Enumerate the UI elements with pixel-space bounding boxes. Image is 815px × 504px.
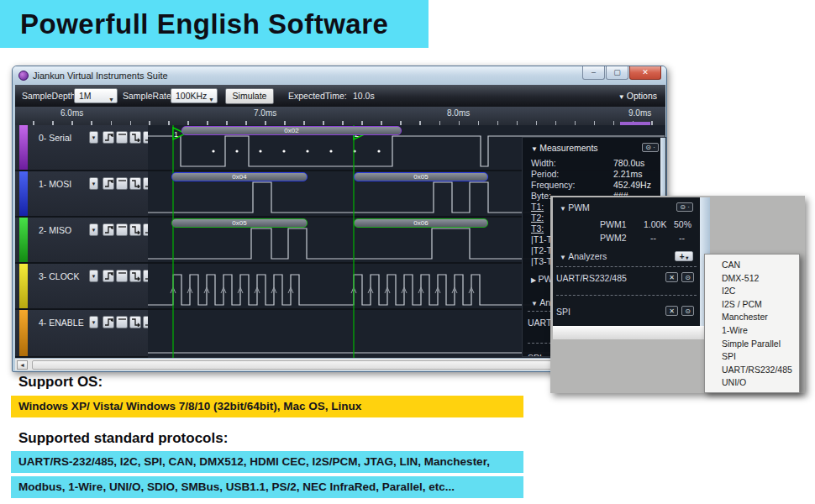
analyzer-item[interactable]: UART/RS232/485 [556, 273, 627, 283]
rising-edge-icon[interactable] [103, 316, 114, 328]
high-level-icon[interactable] [116, 177, 128, 190]
remove-analyzer-icon[interactable]: ✕ [665, 272, 678, 282]
time-marker-1-label: 1 [174, 130, 178, 139]
divider [556, 295, 697, 296]
pwm2-name: PWM2 [600, 233, 627, 243]
falling-edge-icon[interactable] [129, 177, 141, 190]
banner: Powerfull English Software [0, 0, 429, 48]
high-level-icon[interactable] [116, 316, 128, 328]
analyzers-header[interactable]: ▼ Analyzers [560, 251, 607, 261]
rising-edge-icon[interactable] [103, 270, 114, 282]
protocols-heading: Supported standard protocols: [18, 430, 228, 447]
chevron-down-icon: ▼ [560, 254, 568, 261]
analyzer-item[interactable]: SPI [528, 353, 542, 357]
channel-menu-button[interactable]: ▼ [89, 270, 98, 282]
channel-header-mosi[interactable]: 1- MOSI ▼ [15, 171, 148, 218]
decoded-byte-badge[interactable]: 0x05 [171, 218, 308, 228]
measure-label[interactable]: T1: [531, 202, 544, 212]
measure-label: Frequency: [531, 180, 576, 190]
capture-icon[interactable]: ⊙ · [642, 143, 659, 152]
scroll-left-arrow-icon[interactable]: ◄ [17, 360, 28, 370]
channel-color-strip [19, 125, 28, 170]
chevron-down-icon: ▼ [560, 205, 568, 213]
menu-item-spi[interactable]: SPI [705, 350, 799, 364]
channel-menu-button[interactable]: ▼ [89, 177, 98, 190]
status-bar [553, 326, 710, 339]
close-button[interactable]: ✕ [629, 66, 661, 80]
pwm2-frequency: -- [650, 233, 656, 243]
channel-header-enable[interactable]: 4- ENABLE ▼ [15, 310, 148, 358]
channel-label: 0- Serial [39, 133, 71, 143]
pwm-header[interactable]: ▼ PWM [560, 202, 590, 213]
support-os-heading: Support OS: [18, 374, 103, 391]
rising-edge-icon[interactable] [103, 131, 114, 144]
channel-label: 2- MISO [39, 225, 71, 235]
channel-color-strip [19, 264, 28, 308]
chevron-down-icon: ▼ [531, 300, 539, 307]
add-analyzer-button[interactable]: + ▾ [675, 251, 693, 261]
chevron-down-icon: ▾ [685, 255, 689, 260]
timeline-ruler[interactable]: 6.0ms 7.0ms 8.0ms 9.0ms [15, 107, 665, 125]
channel-label: 4- ENABLE [39, 318, 84, 328]
analyzer-item[interactable]: SPI [556, 307, 570, 317]
measure-value: 2.21ms [613, 169, 642, 179]
channel-color-strip [19, 171, 28, 216]
falling-edge-icon[interactable] [129, 316, 141, 328]
menu-item-dmx512[interactable]: DMX-512 [705, 272, 799, 286]
channel-label: 1- MOSI [39, 179, 71, 189]
rising-edge-icon[interactable] [103, 177, 114, 190]
measure-label: Period: [531, 169, 559, 179]
sample-rate-label: SampleRate [123, 91, 171, 101]
high-level-icon[interactable] [116, 270, 128, 282]
menu-item-unio[interactable]: UNI/O [705, 376, 799, 390]
simulate-button[interactable]: Simulate [225, 88, 274, 104]
menu-item-i2s-pcm[interactable]: I2S / PCM [705, 298, 799, 312]
measure-label[interactable]: T3: [531, 223, 544, 234]
channel-menu-button[interactable]: ▼ [89, 131, 98, 144]
menu-item-manchester[interactable]: Manchester [705, 311, 799, 324]
channel-color-strip [19, 218, 28, 262]
falling-edge-icon[interactable] [129, 270, 141, 282]
decoded-byte-badge[interactable]: 0x04 [171, 172, 308, 181]
decoded-byte-badge[interactable]: 0x02 [181, 126, 402, 135]
pwm1-frequency: 1.00K [644, 219, 666, 229]
measurements-header[interactable]: ▼ Measurements [531, 143, 598, 153]
maximize-button[interactable]: ▢ [606, 66, 628, 80]
channel-header-miso[interactable]: 2- MISO ▼ [15, 218, 148, 264]
channel-header-clock[interactable]: 3- CLOCK ▼ [15, 264, 148, 310]
falling-edge-icon[interactable] [129, 131, 141, 144]
protocols-line-1: UART/RS-232/485, I2C, SPI, CAN, DMX512, … [11, 451, 523, 473]
channel-header-serial[interactable]: 0- Serial ▼ [15, 125, 148, 171]
falling-edge-icon[interactable] [129, 223, 141, 236]
title-bar[interactable]: Jiankun Virtual Instruments Suite – ▢ ✕ [13, 66, 666, 85]
capture-icon[interactable]: ⊙ · [676, 202, 693, 212]
menu-item-simple-parallel[interactable]: Simple Parallel [705, 338, 799, 351]
high-level-icon[interactable] [116, 131, 128, 144]
sample-rate-select[interactable]: 100KHz ▼ [171, 88, 218, 103]
measure-label: Byte: [531, 191, 551, 201]
chevron-down-icon: ▼ [531, 145, 539, 153]
sample-depth-select[interactable]: 1M ▼ [74, 88, 118, 103]
capture-icon[interactable]: ⊙ [681, 306, 694, 316]
options-button[interactable]: ▼ Options [618, 91, 657, 101]
decoded-byte-badge[interactable]: 0x05 [354, 172, 488, 181]
menu-item-uart[interactable]: UART/RS232/485 [705, 364, 799, 377]
menu-item-1wire[interactable]: 1-Wire [705, 324, 799, 338]
channel-label: 3- CLOCK [39, 271, 79, 281]
minimize-button[interactable]: – [582, 66, 605, 80]
measure-value: 780.0us [613, 158, 644, 168]
rising-edge-icon[interactable] [103, 223, 114, 236]
window-title: Jiankun Virtual Instruments Suite [33, 71, 168, 81]
remove-analyzer-icon[interactable]: ✕ [665, 306, 678, 316]
menu-item-i2c[interactable]: I2C [705, 285, 799, 298]
pwm1-name: PWM1 [600, 219, 627, 229]
capture-icon[interactable]: ⊙ [681, 272, 694, 282]
decoded-byte-badge[interactable]: 0x06 [354, 218, 488, 228]
overlay-panel: ▼ PWM ⊙ · PWM1 1.00K 50% PWM2 -- -- ▼ An… [553, 197, 700, 326]
high-level-icon[interactable] [116, 223, 128, 236]
channel-menu-button[interactable]: ▼ [89, 223, 98, 236]
menu-item-can[interactable]: CAN [705, 259, 799, 272]
measure-label[interactable]: T2: [531, 213, 544, 223]
channel-menu-button[interactable]: ▼ [89, 316, 98, 328]
expected-time-value: 10.0s [353, 91, 375, 101]
